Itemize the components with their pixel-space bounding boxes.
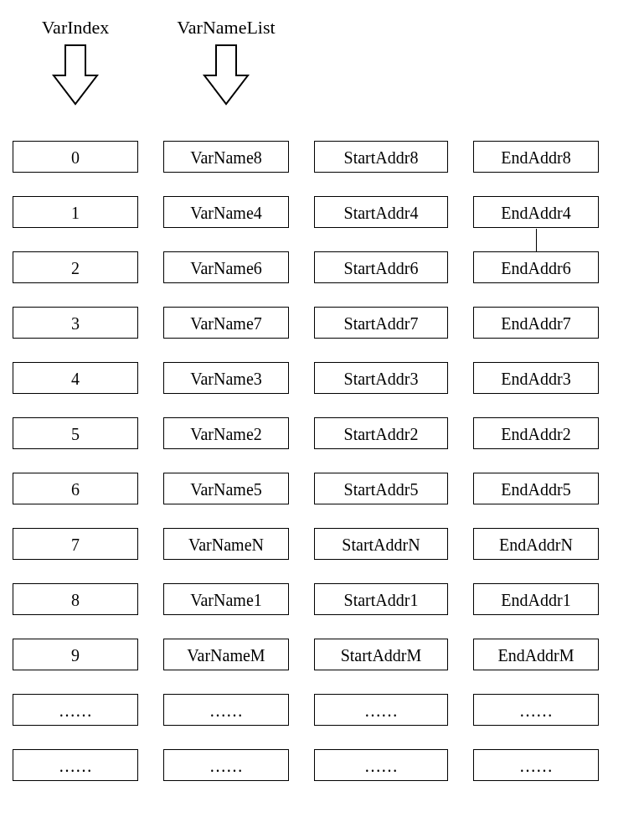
name-cell: VarName7 xyxy=(163,307,289,339)
index-cell: 5 xyxy=(13,417,138,449)
end-cell: EndAddr3 xyxy=(473,362,599,394)
start-cell: StartAddr3 xyxy=(314,362,448,394)
start-cell: StartAddr7 xyxy=(314,307,448,339)
index-cell: 1 xyxy=(13,196,138,228)
index-cell: …… xyxy=(13,694,138,726)
name-cell: VarNameM xyxy=(163,639,289,670)
start-cell: StartAddr4 xyxy=(314,196,448,228)
index-cell: 7 xyxy=(13,528,138,560)
index-cell: 2 xyxy=(13,251,138,283)
down-arrow-icon xyxy=(201,42,251,109)
start-cell: StartAddrM xyxy=(314,639,448,670)
start-cell: StartAddr2 xyxy=(314,417,448,449)
column-var-name: VarNameList VarName8 VarName4 VarName6 V… xyxy=(163,17,289,781)
down-arrow-icon xyxy=(50,42,100,109)
index-cell: 8 xyxy=(13,583,138,615)
column-header-empty xyxy=(473,17,599,117)
end-cell: EndAddr2 xyxy=(473,417,599,449)
end-cell: EndAddr1 xyxy=(473,583,599,615)
start-cell: …… xyxy=(314,694,448,726)
name-cell: VarName2 xyxy=(163,417,289,449)
name-cell: VarName1 xyxy=(163,583,289,615)
end-cell: EndAddrN xyxy=(473,528,599,560)
index-cell: 9 xyxy=(13,639,138,670)
end-cell: …… xyxy=(473,749,599,781)
index-cell: …… xyxy=(13,749,138,781)
name-cell: VarNameN xyxy=(163,528,289,560)
index-cell: 4 xyxy=(13,362,138,394)
name-cell: VarName8 xyxy=(163,141,289,173)
column-header-var-name: VarNameList xyxy=(163,17,289,117)
end-cell: EndAddr8 xyxy=(473,141,599,173)
diagram-container: VarIndex 0 1 2 3 4 5 6 7 8 9 …… …… VarNa… xyxy=(13,17,631,781)
name-cell: VarName6 xyxy=(163,251,289,283)
name-cell: …… xyxy=(163,694,289,726)
start-cell: …… xyxy=(314,749,448,781)
start-cell: StartAddr6 xyxy=(314,251,448,283)
header-label-var-name: VarNameList xyxy=(177,17,275,39)
end-cell: EndAddr7 xyxy=(473,307,599,339)
column-var-index: VarIndex 0 1 2 3 4 5 6 7 8 9 …… …… xyxy=(13,17,138,781)
column-start-addr: StartAddr8 StartAddr4 StartAddr6 StartAd… xyxy=(314,17,448,781)
index-cell: 6 xyxy=(13,473,138,504)
header-label-var-index: VarIndex xyxy=(42,17,110,39)
index-cell: 3 xyxy=(13,307,138,339)
end-cell: EndAddr4 xyxy=(473,196,599,228)
end-cell: EndAddr5 xyxy=(473,473,599,504)
name-cell: VarName4 xyxy=(163,196,289,228)
index-cell: 0 xyxy=(13,141,138,173)
start-cell: StartAddr1 xyxy=(314,583,448,615)
end-cell: …… xyxy=(473,694,599,726)
name-cell: …… xyxy=(163,749,289,781)
connector-line xyxy=(536,229,537,252)
start-cell: StartAddrN xyxy=(314,528,448,560)
column-end-addr: EndAddr8 EndAddr4 EndAddr6 EndAddr7 EndA… xyxy=(473,17,599,781)
column-header-var-index: VarIndex xyxy=(13,17,138,117)
column-header-empty xyxy=(314,17,448,117)
name-cell: VarName3 xyxy=(163,362,289,394)
name-cell: VarName5 xyxy=(163,473,289,504)
start-cell: StartAddr5 xyxy=(314,473,448,504)
start-cell: StartAddr8 xyxy=(314,141,448,173)
end-cell: EndAddr6 xyxy=(473,251,599,283)
end-cell: EndAddrM xyxy=(473,639,599,670)
